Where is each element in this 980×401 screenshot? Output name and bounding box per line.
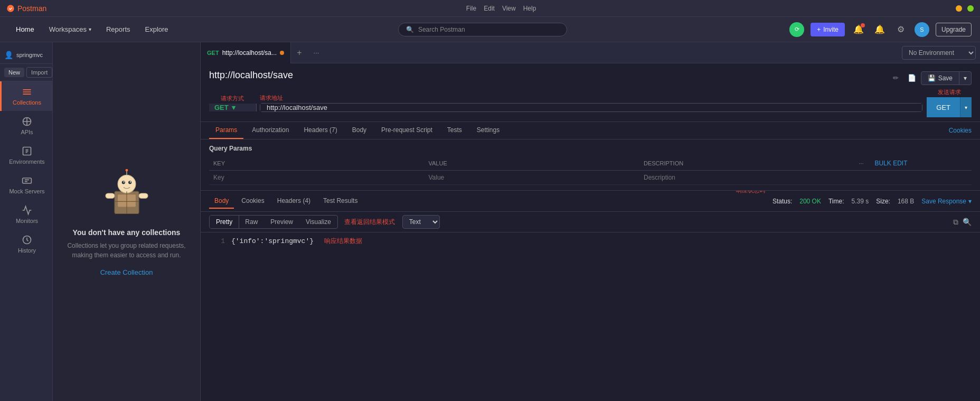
param-key-cell — [209, 171, 424, 185]
invite-button[interactable]: + Invite — [811, 23, 845, 36]
menu-edit[interactable]: Edit — [484, 5, 495, 12]
menu-bar: File Edit View Help — [466, 5, 536, 12]
tab-more-button[interactable]: ··· — [308, 42, 325, 63]
svg-point-13 — [125, 169, 128, 172]
format-dropdown[interactable]: Text JSON HTML — [402, 215, 440, 229]
settings-icon[interactable]: ⚙ — [893, 22, 908, 37]
req-tab-tests[interactable]: Tests — [441, 122, 468, 139]
sync-icon: ⟳ — [789, 22, 804, 37]
req-tab-headers[interactable]: Headers (7) — [297, 122, 343, 139]
edit-icon[interactable]: ✏ — [889, 71, 903, 85]
environment-dropdown[interactable]: No Environment — [902, 46, 976, 60]
key-column-header: KEY — [209, 156, 424, 171]
param-desc-input[interactable] — [644, 174, 850, 181]
sidebar-history-label: History — [18, 247, 36, 254]
param-value-cell — [424, 171, 639, 185]
workspaces-chevron-icon: ▾ — [89, 26, 91, 32]
search-icon: 🔍 — [406, 26, 414, 33]
resp-tab-headers[interactable]: Headers (4) — [272, 194, 316, 209]
app-title: Postman — [17, 4, 46, 13]
req-tab-body[interactable]: Body — [346, 122, 373, 139]
search-placeholder: Search Postman — [418, 26, 465, 33]
query-params-section: Query Params KEY VALUE DESCRIPTION ··· B… — [201, 139, 980, 190]
url-input[interactable] — [260, 104, 922, 111]
param-more-cell — [854, 171, 870, 185]
notifications-bell-icon[interactable]: 🔔 — [851, 22, 866, 37]
description-column-header: DESCRIPTION — [639, 156, 854, 171]
topnav-right: ⟳ + Invite 🔔 🔔 ⚙ S Upgrade — [789, 22, 972, 37]
tabs-bar: GET http://localhost/sa... + ··· No Envi… — [201, 42, 980, 63]
view-preview-button[interactable]: Preview — [264, 216, 299, 228]
resp-tab-cookies[interactable]: Cookies — [236, 194, 269, 209]
environment-selector: No Environment — [902, 46, 976, 60]
view-visualize-button[interactable]: Visualize — [299, 216, 337, 228]
nav-home[interactable]: Home — [8, 17, 42, 42]
resp-tab-test-results[interactable]: Test Results — [318, 194, 363, 209]
method-chevron-icon: ▾ — [232, 104, 235, 111]
save-response-chevron-icon: ▾ — [968, 198, 972, 205]
request-tab-1[interactable]: GET http://localhost/sa... — [201, 42, 291, 63]
maximize-button[interactable] — [967, 5, 974, 12]
url-row: 请求方式 GET ▾ 请求地址 发送请求 GET — [209, 88, 972, 117]
minimize-button[interactable] — [956, 5, 962, 12]
bulk-edit-button[interactable]: Bulk Edit — [874, 160, 907, 167]
create-collection-link[interactable]: Create Collection — [100, 268, 153, 276]
method-selector[interactable]: GET ▾ — [209, 104, 257, 111]
size-label: Size: — [876, 198, 890, 205]
req-tab-settings[interactable]: Settings — [470, 122, 506, 139]
value-column-header: VALUE — [424, 156, 639, 171]
empty-title: You don't have any collections — [73, 228, 181, 237]
empty-state-illustration — [100, 167, 153, 220]
send-dropdown-button[interactable]: ▾ — [960, 97, 972, 117]
cookies-button[interactable]: Cookies — [949, 127, 972, 134]
params-table: KEY VALUE DESCRIPTION ··· Bulk Edit — [209, 156, 972, 185]
resp-tab-body[interactable]: Body — [209, 194, 234, 209]
new-button[interactable]: New — [4, 68, 24, 77]
sidebar-item-history[interactable]: History — [0, 229, 52, 259]
menu-view[interactable]: View — [502, 5, 516, 12]
search-box[interactable]: 🔍 Search Postman — [398, 23, 567, 36]
svg-point-0 — [7, 5, 14, 12]
search-response-icon[interactable]: 🔍 — [963, 218, 972, 227]
nav-reports[interactable]: Reports — [99, 17, 138, 42]
sidebar-item-apis[interactable]: APIs — [0, 111, 52, 141]
nav-explore[interactable]: Explore — [138, 17, 176, 42]
app-logo: Postman — [6, 4, 46, 13]
menu-help[interactable]: Help — [523, 5, 536, 12]
param-extra-cell — [870, 171, 972, 185]
time-label: Time: — [828, 198, 844, 205]
status-label: Status: — [772, 198, 792, 205]
req-tab-authorization[interactable]: Authorization — [246, 122, 295, 139]
unsaved-indicator — [280, 51, 284, 55]
alerts-icon[interactable]: 🔔 — [872, 22, 887, 37]
sidebar-item-collections[interactable]: Collections — [0, 81, 52, 111]
menu-file[interactable]: File — [466, 5, 476, 12]
save-dropdown-button[interactable]: ▾ — [959, 71, 972, 85]
req-tab-params[interactable]: Params — [209, 122, 243, 139]
nav-workspaces[interactable]: Workspaces ▾ — [42, 17, 99, 42]
param-key-input[interactable] — [213, 174, 420, 181]
sidebar-item-mock-servers[interactable]: Mock Servers — [0, 170, 52, 200]
sidebar-apis-label: APIs — [21, 129, 33, 135]
import-button[interactable]: Import — [26, 67, 52, 78]
response-status-bar: 响应状态码 Status: 200 OK Time: 5.39 s Size: … — [765, 198, 972, 205]
param-value-input[interactable] — [428, 174, 635, 181]
time-value: 5.39 s — [852, 198, 869, 205]
notification-badge — [861, 23, 865, 27]
sidebar-item-environments[interactable]: Environments — [0, 141, 52, 170]
view-pretty-button[interactable]: Pretty — [209, 215, 239, 229]
user-icon: 👤 — [4, 51, 13, 59]
user-avatar[interactable]: S — [915, 22, 929, 37]
save-response-button[interactable]: Save Response ▾ — [921, 198, 972, 205]
view-raw-button[interactable]: Raw — [239, 216, 264, 228]
docs-icon[interactable]: 📄 — [905, 71, 919, 85]
save-button[interactable]: 💾 Save — [921, 71, 959, 85]
copy-response-icon[interactable]: ⧉ — [953, 218, 958, 227]
sidebar-item-monitors[interactable]: Monitors — [0, 200, 52, 229]
send-button[interactable]: GET — [927, 97, 960, 117]
svg-rect-15 — [139, 193, 148, 198]
request-tabs: Params Authorization Headers (7) Body Pr… — [201, 122, 980, 139]
req-tab-pre-request[interactable]: Pre-request Script — [375, 122, 439, 139]
add-tab-button[interactable]: + — [291, 42, 308, 63]
upgrade-button[interactable]: Upgrade — [936, 23, 972, 36]
